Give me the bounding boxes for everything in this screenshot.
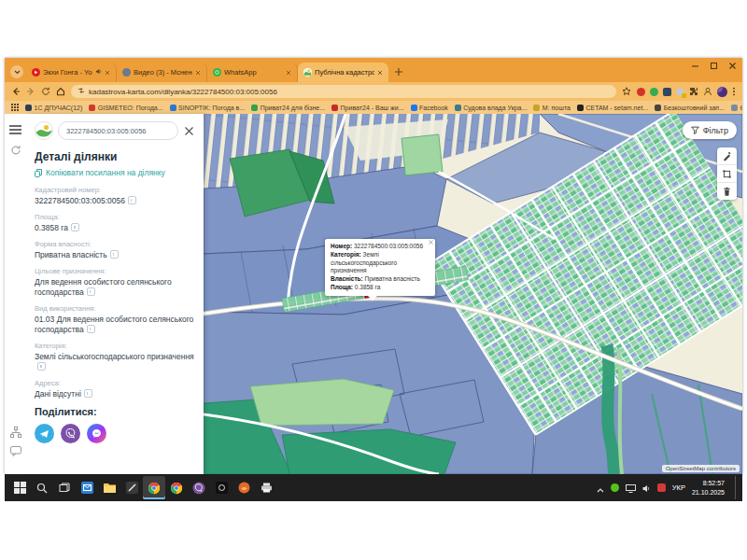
address-bar[interactable]: kadastrova-karta.com/dilyanka/3222784500… bbox=[71, 85, 616, 98]
orange-app-icon[interactable] bbox=[233, 476, 255, 499]
task-view-icon[interactable] bbox=[53, 476, 76, 499]
green-extension-icon[interactable] bbox=[650, 88, 658, 96]
bookmark-item[interactable]: Приват24 - Ваш жи... bbox=[331, 105, 403, 111]
bookmark-item[interactable]: SINOPTIK: Погода в... bbox=[170, 105, 246, 111]
share-title: Поділитися: bbox=[35, 406, 195, 417]
taskbar-search-icon[interactable] bbox=[31, 476, 53, 499]
site-info-icon[interactable] bbox=[78, 87, 85, 96]
speaker-icon[interactable] bbox=[95, 68, 102, 77]
bookmark-item[interactable]: CETAM - setam.net... bbox=[577, 105, 648, 111]
show-desktop-button[interactable] bbox=[735, 476, 739, 499]
bookmark-favicon bbox=[455, 105, 461, 111]
maximize-button[interactable] bbox=[710, 62, 718, 70]
tab-close-icon[interactable] bbox=[377, 70, 383, 76]
bookmark-item[interactable]: Facebook bbox=[411, 105, 448, 111]
field-value: Для ведення особистого селянського госпо… bbox=[35, 277, 172, 297]
feedback-chat-icon[interactable] bbox=[8, 443, 22, 457]
info-icon[interactable] bbox=[71, 223, 79, 231]
tooltip-close-icon[interactable] bbox=[429, 240, 433, 245]
apps-grid-icon[interactable] bbox=[11, 104, 19, 112]
profile-list-icon[interactable] bbox=[703, 83, 712, 100]
black-app-icon[interactable] bbox=[210, 476, 233, 499]
printer-app-icon[interactable] bbox=[255, 476, 277, 499]
info-icon[interactable] bbox=[37, 362, 46, 371]
info-icon[interactable] bbox=[84, 389, 92, 398]
bookmark-item[interactable]: Єдиний державн... bbox=[731, 105, 742, 111]
copy-link-button[interactable]: Копіювати посилання на ділянку bbox=[35, 168, 195, 177]
tray-green-icon[interactable] bbox=[611, 483, 619, 492]
bookmark-star-icon[interactable] bbox=[622, 87, 631, 96]
tray-red-icon[interactable] bbox=[657, 483, 666, 492]
copy-icon bbox=[35, 169, 42, 177]
badged-extension-icon[interactable] bbox=[676, 88, 684, 96]
refresh-icon[interactable] bbox=[8, 143, 22, 157]
info-icon[interactable] bbox=[128, 196, 136, 204]
forward-button[interactable] bbox=[26, 87, 35, 96]
bookmark-label: 1С ДПУЧАС(12) bbox=[35, 105, 83, 111]
tab-video[interactable]: Видео (3) - Мсненков787Фу... bbox=[117, 63, 207, 82]
map-area[interactable]: Номер: 3222784500:03:005:0056 Категорія:… bbox=[204, 114, 742, 474]
filter-button[interactable]: Фільтр bbox=[683, 121, 737, 139]
bookmark-item[interactable]: 1С ДПУЧАС(12) bbox=[25, 105, 82, 111]
menu-hamburger-icon[interactable] bbox=[8, 122, 22, 136]
tray-expand-caret[interactable] bbox=[597, 480, 604, 497]
dark-app-icon[interactable] bbox=[120, 476, 143, 499]
layers-tree-icon[interactable] bbox=[8, 425, 22, 439]
bookmark-item[interactable]: Приват24 для бізне... bbox=[251, 105, 325, 111]
info-icon[interactable] bbox=[110, 250, 119, 259]
bookmark-item[interactable]: Судова влада Укра... bbox=[455, 105, 528, 111]
bookmark-item[interactable]: М: пошта bbox=[533, 105, 571, 111]
bookmark-item[interactable]: Безкоштовний зап... bbox=[655, 105, 725, 111]
tray-display-icon[interactable] bbox=[626, 480, 636, 497]
area-select-tool[interactable] bbox=[717, 165, 737, 183]
bookmark-label: GISMETEO: Погода... bbox=[98, 105, 163, 111]
chrome-task-icon[interactable] bbox=[165, 476, 188, 499]
viber-share-icon[interactable] bbox=[61, 424, 80, 443]
reload-button[interactable] bbox=[41, 87, 50, 96]
panel-close-icon[interactable] bbox=[183, 125, 195, 137]
home-button[interactable] bbox=[56, 87, 65, 96]
bookmark-favicon bbox=[251, 105, 258, 111]
parcel-search-input[interactable] bbox=[58, 121, 178, 140]
start-button[interactable] bbox=[8, 476, 31, 499]
measure-pencil-tool[interactable] bbox=[717, 147, 737, 165]
map-attribution[interactable]: OpenStreetMap contributors bbox=[662, 465, 740, 472]
language-indicator[interactable]: УКР bbox=[672, 483, 685, 492]
tab-close-icon[interactable] bbox=[105, 70, 110, 76]
minimize-button[interactable] bbox=[691, 62, 699, 70]
url-text[interactable]: kadastrova-karta.com/dilyanka/3222784500… bbox=[89, 88, 277, 96]
extensions-puzzle-icon[interactable] bbox=[689, 83, 698, 100]
bookmark-item[interactable]: GISMETEO: Погода... bbox=[89, 105, 162, 111]
tab-close-icon[interactable] bbox=[195, 70, 201, 76]
viber-task-icon[interactable] bbox=[188, 476, 210, 499]
site-logo[interactable] bbox=[35, 121, 53, 140]
tab-cadastral-map[interactable]: Публічна кадастрова карта У... bbox=[298, 63, 388, 82]
profile-avatar[interactable] bbox=[717, 87, 727, 97]
dark-extension-icon[interactable] bbox=[663, 88, 671, 96]
chrome-active-task-icon[interactable] bbox=[143, 476, 165, 499]
tab-youtube[interactable]: Экхи Гонга - YouTube Mu... bbox=[26, 63, 117, 82]
info-icon[interactable] bbox=[87, 325, 95, 333]
field-label: Цільове призначення: bbox=[35, 267, 195, 275]
adblock-extension-icon[interactable] bbox=[637, 88, 645, 96]
info-icon[interactable] bbox=[87, 287, 95, 296]
new-tab-button[interactable] bbox=[392, 65, 405, 78]
messenger-share-icon[interactable] bbox=[87, 424, 106, 443]
tab-close-icon[interactable] bbox=[286, 70, 291, 76]
menu-kebab-icon[interactable] bbox=[732, 83, 736, 100]
close-button[interactable] bbox=[728, 62, 737, 70]
cadastral-map[interactable] bbox=[204, 114, 742, 474]
file-explorer-icon[interactable] bbox=[98, 476, 120, 499]
delete-trash-tool[interactable] bbox=[717, 183, 737, 200]
tooltip-area: 0.3858 га bbox=[355, 284, 381, 290]
tooltip-number-label: Номер: bbox=[331, 243, 352, 249]
tab-whatsapp[interactable]: WhatsApp bbox=[207, 63, 298, 82]
back-button[interactable] bbox=[11, 87, 21, 96]
taskbar-clock[interactable]: 8:52:57 21.10.2025 bbox=[692, 479, 725, 496]
field-value: 0.3858 га bbox=[35, 223, 68, 232]
tab-title: WhatsApp bbox=[224, 68, 283, 77]
tray-volume-icon[interactable] bbox=[642, 480, 651, 497]
tab-search-icon[interactable] bbox=[10, 65, 23, 78]
taskbar-mail-icon[interactable] bbox=[76, 476, 98, 499]
telegram-share-icon[interactable] bbox=[35, 424, 54, 443]
